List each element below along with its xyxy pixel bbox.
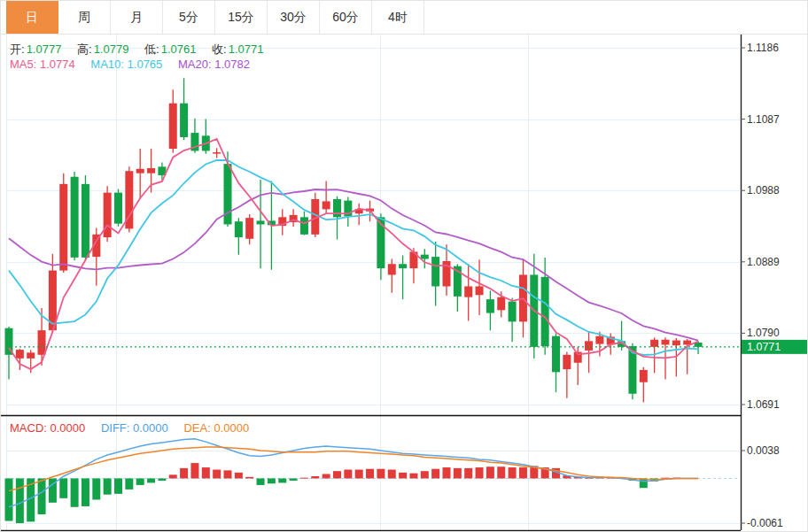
svg-text:0.0038: 0.0038 xyxy=(747,444,780,457)
gridlines xyxy=(1,35,740,530)
svg-text:1.0790: 1.0790 xyxy=(747,327,780,339)
svg-text:1.0771: 1.0771 xyxy=(747,341,781,353)
timeframe-tabs: 日 周 月 5分 15分 30分 60分 4时 xyxy=(1,1,808,35)
tab-30min[interactable]: 30分 xyxy=(268,1,320,34)
macd-histogram xyxy=(5,463,680,523)
tab-60min[interactable]: 60分 xyxy=(320,1,372,34)
svg-text:1.0691: 1.0691 xyxy=(747,398,780,411)
tab-month[interactable]: 月 xyxy=(111,1,163,34)
candlestick-chart[interactable]: 1.11861.10871.09881.08891.07901.06910.00… xyxy=(1,35,808,532)
svg-text:1.1087: 1.1087 xyxy=(747,113,780,126)
ma10-line xyxy=(9,160,698,355)
price-axis-labels: 1.11861.10871.09881.08891.07901.06910.00… xyxy=(741,42,783,529)
tab-day[interactable]: 日 xyxy=(6,1,58,34)
current-price-tag: 1.0771 xyxy=(742,340,808,354)
tab-4hour[interactable]: 4时 xyxy=(372,1,424,34)
diff-line xyxy=(9,439,698,507)
ma20-line xyxy=(9,189,698,341)
svg-text:1.1186: 1.1186 xyxy=(747,42,779,54)
svg-text:1.0988: 1.0988 xyxy=(747,184,780,197)
tab-week[interactable]: 周 xyxy=(58,1,111,34)
tab-5min[interactable]: 5分 xyxy=(163,1,215,34)
chart-widget: 日 周 月 5分 15分 30分 60分 4时 1.11861.10871.09… xyxy=(0,0,808,532)
svg-text:-0.0061: -0.0061 xyxy=(747,517,783,529)
tab-15min[interactable]: 15分 xyxy=(215,1,268,34)
chart-area: 1.11861.10871.09881.08891.07901.06910.00… xyxy=(1,35,808,532)
candles xyxy=(5,78,703,402)
ma5-line xyxy=(9,139,698,369)
svg-text:1.0889: 1.0889 xyxy=(747,256,780,268)
